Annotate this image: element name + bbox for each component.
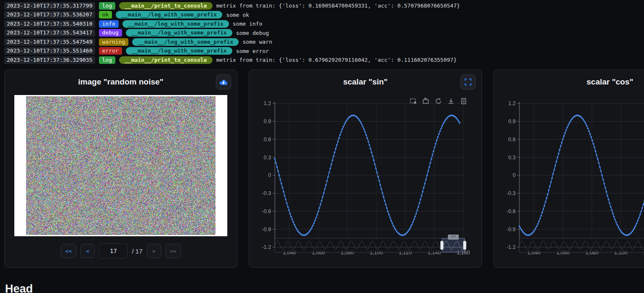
zoom-select-icon[interactable] [410, 98, 417, 105]
svg-text:0.9: 0.9 [264, 119, 271, 124]
page-total-label: / 17 [132, 248, 142, 255]
log-level-badge: info [99, 20, 119, 28]
zoom-reset-icon[interactable] [422, 98, 429, 105]
svg-text:-0.9: -0.9 [506, 227, 516, 232]
log-message: some info [233, 21, 262, 27]
sin-line-chart[interactable]: 1.20.90.60.30-0.3-0.6-0.9-1.21,0401,0601… [249, 94, 482, 265]
prev-page-button[interactable]: < [80, 244, 95, 258]
svg-text:1.2: 1.2 [264, 100, 271, 106]
svg-text:0.6: 0.6 [264, 137, 271, 143]
svg-text:0.3: 0.3 [264, 155, 271, 161]
svg-text:-0.9: -0.9 [262, 227, 271, 232]
svg-text:-1.2: -1.2 [506, 244, 516, 250]
image-card-header: image "random noise" [5, 70, 237, 94]
log-level-badge: error [99, 47, 122, 55]
log-message: some debug [236, 30, 269, 36]
datazoom-right-handle [463, 241, 466, 250]
svg-text:-0.6: -0.6 [262, 209, 271, 214]
logger-name-pill: __main__/log_with_some_prefix [116, 11, 222, 18]
log-row: 2023-12-10T17:37:35.536207 ok __main__/l… [4, 11, 640, 20]
chart-toolbox [410, 98, 467, 105]
grid [275, 103, 465, 247]
log-timestamp: 2023-12-10T17:37:35.551460 [4, 47, 95, 55]
cos-line-chart[interactable]: 1.20.90.60.30-0.3-0.6-0.9-1.21,0401,0601… [494, 94, 644, 265]
svg-text:0: 0 [268, 172, 271, 178]
datazoom-slider[interactable] [519, 235, 644, 252]
section-heading: Head [5, 282, 33, 293]
log-message: some warn [242, 39, 272, 45]
logger-name-pill: __main__/print_to_console [119, 56, 213, 64]
log-timestamp: 2023-12-10T17:37:35.543417 [4, 29, 95, 37]
cos-card-header: scalar "cos" [494, 70, 644, 94]
log-timestamp: 2023-12-10T17:37:35.536207 [4, 11, 95, 18]
sin-card-title: scalar "sin" [343, 77, 388, 87]
log-timestamp: 2023-12-10T17:37:36.329035 [4, 56, 95, 64]
random-noise-image [26, 96, 216, 235]
svg-text:-0.3: -0.3 [262, 190, 271, 196]
logger-name-pill: __main__/log_with_some_prefix [132, 38, 239, 46]
log-row: 2023-12-10T17:37:35.540310 info __main__… [4, 19, 640, 29]
log-level-badge: debug [99, 29, 122, 37]
logger-name-pill: __main__/log_with_some_prefix [126, 29, 232, 37]
save-image-icon[interactable] [447, 98, 455, 105]
image-pagination: << < / 17 > >> [5, 243, 237, 259]
log-timestamp: 2023-12-10T17:37:35.317799 [4, 2, 95, 10]
log-level-badge: log [99, 56, 115, 64]
cos-chart-card: scalar "cos" 1.20.90.60.30-0.3-0.6-0.9-1… [493, 69, 644, 268]
sin-card-header: scalar "sin" [249, 70, 482, 94]
next-page-button[interactable]: > [147, 244, 161, 258]
log-level-badge: ok [99, 11, 112, 18]
svg-text:-1.2: -1.2 [262, 244, 271, 250]
logger-name-pill: __main__/log_with_some_prefix [122, 20, 229, 28]
cos-card-title: scalar "cos" [587, 77, 633, 87]
logger-name-pill: __main__/print_to_console [119, 2, 213, 10]
expand-icon [464, 78, 472, 86]
log-timestamp: 2023-12-10T17:37:35.540310 [4, 20, 95, 28]
cloud-download-icon [219, 79, 228, 85]
log-row: 2023-12-10T17:37:35.547549 warning __mai… [4, 37, 640, 47]
grid [519, 103, 644, 247]
log-message: metrix from train: {'loss': 0.1690584700… [216, 3, 460, 9]
cards-row: image "random noise" << < / 17 > >> scal… [4, 69, 644, 268]
logger-name-pill: __main__/log_with_some_prefix [126, 47, 232, 55]
download-image-button[interactable] [216, 74, 231, 90]
svg-text:0.3: 0.3 [508, 155, 516, 161]
log-row: 2023-12-10T17:37:35.543417 debug __main_… [4, 29, 640, 38]
page-number-input[interactable] [99, 243, 128, 259]
svg-text:0: 0 [513, 172, 516, 178]
log-timestamp: 2023-12-10T17:37:35.547549 [4, 38, 95, 46]
log-message: some error [236, 48, 269, 54]
svg-text:0.6: 0.6 [508, 137, 516, 143]
log-level-badge: warning [99, 38, 129, 46]
svg-text:-0.6: -0.6 [506, 209, 516, 214]
y-axis-labels: 1.20.90.60.30-0.3-0.6-0.9-1.2 [262, 100, 271, 250]
image-card: image "random noise" << < / 17 > >> [4, 69, 237, 268]
svg-text:-0.3: -0.3 [506, 190, 516, 196]
restore-icon[interactable] [435, 98, 442, 105]
log-message: metrix from train: {'loss': 0.6796292079… [216, 57, 457, 63]
image-card-title: image "random noise" [78, 77, 164, 87]
svg-text:1.2: 1.2 [508, 100, 516, 106]
data-view-icon[interactable] [460, 98, 467, 105]
svg-text:0.9: 0.9 [508, 119, 516, 124]
image-frame [14, 95, 227, 236]
last-page-button[interactable]: >> [165, 244, 181, 258]
datazoom-left-handle [440, 241, 443, 250]
log-row: 2023-12-10T17:37:35.317799 log __main__/… [4, 1, 640, 11]
log-message: some ok [226, 12, 249, 18]
sin-chart-card: scalar "sin" [249, 69, 482, 268]
datazoom-slider[interactable] [275, 235, 466, 252]
fullscreen-button[interactable] [460, 74, 476, 90]
log-row: 2023-12-10T17:37:36.329035 log __main__/… [4, 55, 640, 65]
console-log: 2023-12-10T17:37:35.317799 log __main__/… [0, 0, 644, 65]
log-level-badge: log [99, 2, 115, 10]
first-page-button[interactable]: << [61, 244, 77, 258]
log-row: 2023-12-10T17:37:35.551460 error __main_… [4, 47, 640, 56]
y-axis-labels: 1.20.90.60.30-0.3-0.6-0.9-1.2 [506, 100, 516, 250]
